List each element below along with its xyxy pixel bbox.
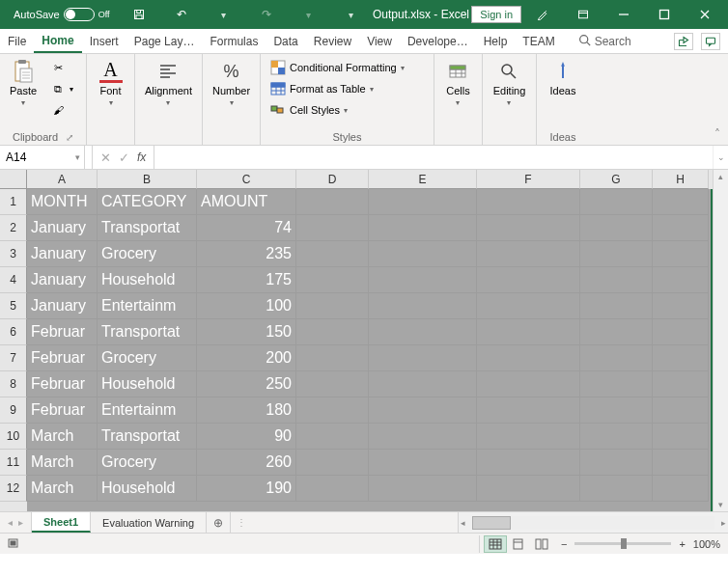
cell-F6[interactable] (477, 319, 580, 345)
add-sheet-button[interactable]: ⊕ (207, 512, 230, 533)
cell-A9[interactable]: Februar (27, 397, 98, 424)
alignment-button[interactable]: Alignment ▾ (141, 58, 196, 109)
cell-A4[interactable]: January (27, 267, 98, 293)
record-macro-icon[interactable] (8, 537, 21, 551)
cell-C11[interactable]: 260 (197, 450, 296, 476)
cell-A8[interactable]: Februar (27, 371, 98, 397)
sheet-tab-warning[interactable]: Evaluation Warning (91, 512, 207, 533)
cell-C3[interactable]: 235 (197, 241, 296, 267)
cell-D12[interactable] (296, 476, 369, 502)
column-header-C[interactable]: C (197, 170, 296, 189)
cells-button[interactable]: Cells ▾ (442, 58, 473, 109)
column-header-G[interactable]: G (580, 170, 653, 189)
formula-input[interactable] (154, 146, 713, 169)
signin-button[interactable]: Sign in (471, 6, 521, 23)
cut-button[interactable]: ✂ (46, 58, 77, 77)
qat-customize[interactable]: ▾ (332, 0, 371, 29)
clipboard-launcher[interactable]: ⤢ (66, 132, 73, 143)
cell-B8[interactable]: Household (98, 371, 197, 397)
paste-button[interactable]: Paste ▾ (6, 58, 41, 109)
minimize-button[interactable] (604, 0, 643, 29)
cell-E2[interactable] (369, 215, 477, 241)
row-header-4[interactable]: 4 (0, 267, 27, 293)
cell-F10[interactable] (477, 424, 580, 450)
cell-H2[interactable] (653, 215, 709, 241)
row-header-8[interactable]: 8 (0, 371, 27, 397)
cell-G3[interactable] (580, 241, 653, 267)
tab-team[interactable]: TEAM (515, 29, 562, 53)
cell-B7[interactable]: Grocery (98, 345, 197, 371)
cell-A6[interactable]: Februar (27, 319, 98, 345)
cell-A5[interactable]: January (27, 293, 98, 319)
copy-button[interactable]: ⧉▾ (46, 79, 77, 98)
select-all-corner[interactable] (0, 170, 27, 189)
cell-A10[interactable]: March (27, 424, 98, 450)
column-header-D[interactable]: D (296, 170, 369, 189)
cell-C2[interactable]: 74 (197, 215, 296, 241)
cell-D10[interactable] (296, 424, 369, 450)
cell-styles-button[interactable]: Cell Styles ▾ (266, 100, 428, 120)
cell-D5[interactable] (296, 293, 369, 319)
cell-E8[interactable] (369, 371, 477, 397)
vertical-scrollbar[interactable] (713, 170, 728, 511)
undo-dropdown[interactable]: ▾ (205, 0, 243, 29)
cell-C10[interactable]: 90 (197, 424, 296, 450)
cell-F5[interactable] (477, 293, 580, 319)
cell-D7[interactable] (296, 345, 369, 371)
font-button[interactable]: A Font ▾ (96, 58, 126, 109)
zoom-out-button[interactable]: − (561, 538, 567, 550)
cell-D1[interactable] (296, 189, 369, 215)
ideas-button[interactable]: Ideas (546, 58, 580, 98)
save-icon[interactable] (120, 0, 158, 29)
row-header-11[interactable]: 11 (0, 450, 27, 476)
undo-icon[interactable]: ↶ (162, 0, 201, 29)
worksheet[interactable]: ABCDEFGH 123456789101112 MONTHCATEGORYAM… (0, 170, 728, 511)
cell-F1[interactable] (477, 189, 580, 215)
tab-file[interactable]: File (0, 29, 34, 53)
search-button[interactable]: Search (563, 34, 631, 49)
cell-F11[interactable] (477, 450, 580, 476)
collapse-ribbon-button[interactable]: ˄ (714, 127, 720, 141)
cell-F8[interactable] (477, 371, 580, 397)
cell-A2[interactable]: January (27, 215, 98, 241)
tab-page-layout[interactable]: Page Lay… (126, 29, 203, 53)
page-break-view-button[interactable] (530, 535, 553, 553)
cell-G1[interactable] (580, 189, 653, 215)
row-header-5[interactable]: 5 (0, 293, 27, 319)
cell-E7[interactable] (369, 345, 477, 371)
cell-E5[interactable] (369, 293, 477, 319)
cell-D6[interactable] (296, 319, 369, 345)
cell-B1[interactable]: CATEGORY (98, 189, 197, 215)
cell-B2[interactable]: Transportat (98, 215, 197, 241)
cell-G8[interactable] (580, 371, 653, 397)
cell-D3[interactable] (296, 241, 369, 267)
cell-C7[interactable]: 200 (197, 345, 296, 371)
cell-F12[interactable] (477, 476, 580, 502)
normal-view-button[interactable] (484, 535, 507, 553)
cell-E10[interactable] (369, 424, 477, 450)
sheet-tab-sheet1[interactable]: Sheet1 (32, 512, 91, 533)
comments-button[interactable] (701, 33, 720, 50)
column-header-H[interactable]: H (653, 170, 709, 189)
name-box[interactable]: A14 (0, 146, 85, 169)
tab-help[interactable]: Help (476, 29, 516, 53)
cell-E3[interactable] (369, 241, 477, 267)
format-painter-button[interactable]: 🖌 (46, 100, 77, 120)
cell-B5[interactable]: Entertainm (98, 293, 197, 319)
cell-A7[interactable]: Februar (27, 345, 98, 371)
cell-E9[interactable] (369, 397, 477, 424)
insert-function-button[interactable]: fx (137, 151, 146, 164)
cell-H4[interactable] (653, 267, 709, 293)
maximize-button[interactable] (645, 0, 684, 29)
cell-G10[interactable] (580, 424, 653, 450)
cell-G9[interactable] (580, 397, 653, 424)
ribbon-display-icon[interactable] (564, 0, 602, 29)
close-button[interactable] (686, 0, 724, 29)
row-header-7[interactable]: 7 (0, 345, 27, 371)
cell-H3[interactable] (653, 241, 709, 267)
cell-H9[interactable] (653, 397, 709, 424)
cell-E12[interactable] (369, 476, 477, 502)
cell-D8[interactable] (296, 371, 369, 397)
cell-A11[interactable]: March (27, 450, 98, 476)
cell-H10[interactable] (653, 424, 709, 450)
